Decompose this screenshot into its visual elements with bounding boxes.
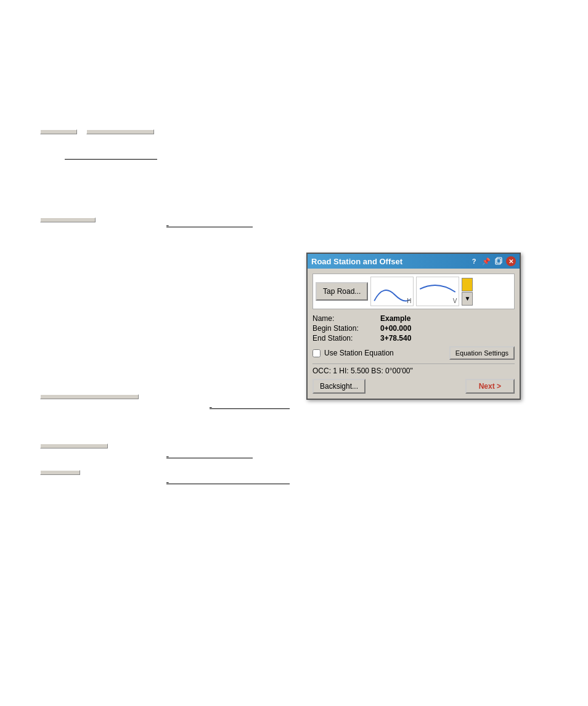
end-station-label: End Station: <box>312 334 380 343</box>
svg-rect-1 <box>497 258 502 263</box>
use-station-equation-label: Use Station Equation <box>324 349 394 357</box>
dialog-bottom-row: Backsight... Next > <box>312 379 515 394</box>
h-curve-preview: H <box>370 277 414 306</box>
page-container: Road Station and Offset ? 📌 ✕ Tap Road..… <box>0 0 588 706</box>
dialog-title-text: Road Station and Offset <box>311 257 402 266</box>
color-strip: ▼ <box>462 278 473 306</box>
link-row2[interactable] <box>166 217 253 227</box>
backsight-button[interactable]: Backsight... <box>312 379 365 394</box>
copy-icon[interactable] <box>494 256 504 266</box>
pin-icon[interactable]: 📌 <box>481 256 491 266</box>
end-station-row: End Station: 3+78.540 <box>312 334 515 343</box>
name-label: Name: <box>312 314 380 323</box>
button-row1-b[interactable] <box>86 129 154 134</box>
h-label: H <box>407 298 411 304</box>
v-label: V <box>453 298 457 304</box>
station-equation-row: Use Station Equation Equation Settings <box>312 346 515 360</box>
dialog-title-left: Road Station and Offset <box>311 257 402 266</box>
begin-station-row: Begin Station: 0+00.000 <box>312 324 515 333</box>
link-row1[interactable] <box>65 159 157 160</box>
status-row: OCC: 1 HI: 5.500 BS: 0°00'00" <box>312 363 515 375</box>
end-station-value: 3+78.540 <box>380 334 411 343</box>
button-row3-a[interactable] <box>40 394 139 399</box>
button-row2-a[interactable] <box>40 217 96 222</box>
equation-settings-button[interactable]: Equation Settings <box>449 346 515 360</box>
dialog-fields: Name: Example Begin Station: 0+00.000 En… <box>312 314 515 343</box>
button-row1-a[interactable] <box>40 129 77 134</box>
dialog-body: Tap Road... H V <box>308 269 520 399</box>
help-icon[interactable]: ? <box>469 256 479 266</box>
close-icon[interactable]: ✕ <box>506 256 516 266</box>
button-row4-a[interactable] <box>40 444 108 448</box>
color-box <box>462 278 473 291</box>
dialog-titlebar: Road Station and Offset ? 📌 ✕ <box>308 254 520 269</box>
v-curve-preview: V <box>416 277 459 306</box>
begin-station-value: 0+00.000 <box>380 324 411 333</box>
link-row3[interactable] <box>210 399 290 409</box>
button-row4-b[interactable] <box>40 470 80 475</box>
name-row: Name: Example <box>312 314 515 323</box>
name-value: Example <box>380 314 410 323</box>
status-text: OCC: 1 HI: 5.500 BS: 0°00'00" <box>312 367 413 375</box>
titlebar-icons: ? 📌 ✕ <box>469 256 516 266</box>
dialog-top-row: Tap Road... H V <box>312 274 515 309</box>
begin-station-label: Begin Station: <box>312 324 380 333</box>
use-station-equation-checkbox[interactable] <box>312 349 321 357</box>
dropdown-arrow[interactable]: ▼ <box>462 292 473 306</box>
next-button[interactable]: Next > <box>465 379 515 394</box>
link-row4[interactable] <box>166 448 253 458</box>
road-station-dialog: Road Station and Offset ? 📌 ✕ Tap Road..… <box>306 253 521 400</box>
svg-rect-0 <box>496 259 500 264</box>
link-row4-b[interactable] <box>166 474 290 484</box>
tap-road-button[interactable]: Tap Road... <box>316 282 368 301</box>
